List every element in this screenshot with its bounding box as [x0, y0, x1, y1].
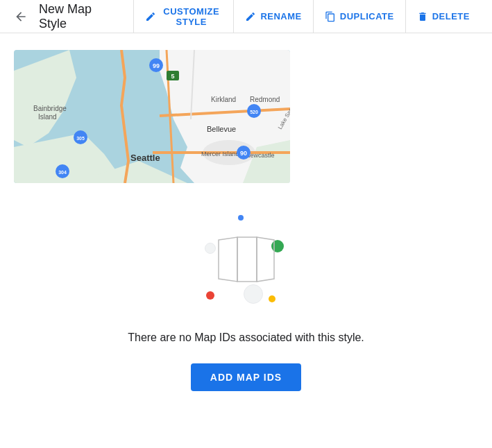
duplicate-label: DUPLICATE	[340, 11, 394, 21]
page-title: New Map Style	[39, 2, 117, 31]
dot-gray-large	[244, 284, 263, 304]
empty-message: There are no Map IDs associated with thi…	[128, 331, 364, 344]
svg-text:Seattle: Seattle	[130, 153, 160, 163]
back-icon	[14, 10, 28, 24]
svg-text:Island: Island	[38, 113, 57, 121]
dot-blue	[238, 215, 244, 221]
empty-illustration	[177, 204, 316, 315]
delete-label: DELETE	[432, 11, 470, 21]
map-preview: Bainbridge Island Seattle Bellevue Kirkl…	[14, 50, 290, 183]
add-map-ids-button[interactable]: ADD MAP IDS	[191, 363, 301, 391]
empty-state: There are no Map IDs associated with thi…	[14, 204, 478, 391]
header-actions: CUSTOMIZE STYLE RENAME DUPLICATE DELETE	[133, 0, 481, 33]
svg-text:520: 520	[250, 110, 258, 114]
pencil-icon-rename	[245, 11, 256, 22]
svg-text:90: 90	[240, 150, 247, 157]
dot-red	[206, 291, 214, 300]
svg-text:5: 5	[171, 73, 174, 80]
svg-text:99: 99	[153, 62, 160, 69]
map-empty-icon	[215, 234, 278, 284]
main-content: Bainbridge Island Seattle Bellevue Kirkl…	[0, 33, 492, 408]
customize-style-label: CUSTOMIZE STYLE	[160, 6, 222, 27]
dot-gray-small	[205, 243, 216, 254]
svg-text:Redmond: Redmond	[250, 96, 280, 103]
svg-text:Kirkland: Kirkland	[211, 96, 236, 103]
duplicate-button[interactable]: DUPLICATE	[313, 0, 405, 33]
pencil-icon-customize	[145, 11, 156, 22]
duplicate-icon	[325, 11, 336, 22]
svg-text:Bainbridge: Bainbridge	[33, 105, 67, 112]
delete-button[interactable]: DELETE	[405, 0, 481, 33]
svg-text:Bellevue: Bellevue	[207, 125, 236, 133]
svg-text:305: 305	[76, 136, 85, 141]
dot-yellow	[269, 295, 275, 302]
svg-text:304: 304	[58, 170, 67, 175]
svg-text:Mercer Island: Mercer Island	[201, 150, 239, 157]
rename-label: RENAME	[260, 11, 301, 21]
svg-rect-35	[237, 237, 257, 282]
rename-button[interactable]: RENAME	[233, 0, 312, 33]
trash-icon	[417, 11, 428, 22]
map-svg: Bainbridge Island Seattle Bellevue Kirkl…	[14, 50, 290, 183]
back-button[interactable]	[11, 7, 31, 26]
customize-style-button[interactable]: CUSTOMIZE STYLE	[133, 0, 233, 33]
header: New Map Style CUSTOMIZE STYLE RENAME DUP…	[0, 0, 492, 33]
